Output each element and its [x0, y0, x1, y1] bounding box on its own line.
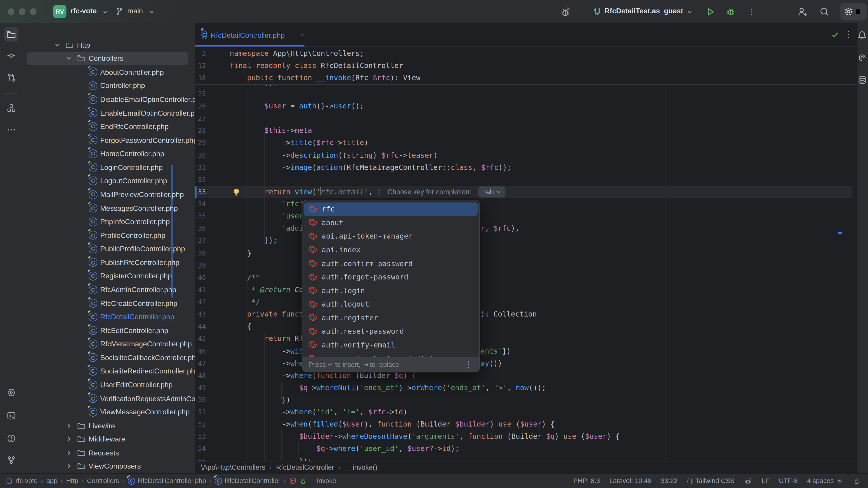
status-widget-PHP: 8.3[interactable]: PHP: 8.3: [573, 477, 600, 485]
status-widget-unlockgray[interactable]: [853, 477, 860, 484]
completion-item-auth.login[interactable]: auth.login: [304, 284, 477, 297]
search-everywhere-icon[interactable]: [817, 4, 832, 19]
terminal-tool-icon[interactable]: [4, 408, 18, 423]
tree-item-Requests[interactable]: Requests: [22, 446, 195, 459]
status-crumb-RfcDetailController.php[interactable]: CRfcDetailController.php: [128, 477, 206, 485]
window-zoom-button[interactable]: [30, 8, 36, 15]
tree-item-Http[interactable]: Http: [22, 43, 195, 52]
chevron-down-icon[interactable]: [66, 56, 72, 62]
debug-button[interactable]: [723, 4, 738, 19]
project-tool-icon[interactable]: [4, 27, 18, 41]
run-tool-icon[interactable]: [4, 385, 18, 399]
tree-item-PublishRfcController.php[interactable]: CPublishRfcController.php: [22, 256, 195, 269]
problems-tool-icon[interactable]: [4, 431, 18, 446]
completion-footer-more-icon[interactable]: ⋮: [465, 360, 473, 369]
commit-tool-icon[interactable]: [4, 48, 18, 63]
inspections-bug-icon[interactable]: [558, 4, 572, 19]
status-widget-LF[interactable]: LF: [762, 477, 770, 485]
tree-item-Controllers[interactable]: Controllers: [22, 52, 195, 65]
chevron-right-icon[interactable]: [66, 450, 72, 456]
completion-item-auth.logout[interactable]: auth.logout: [304, 297, 477, 311]
settings-gear-icon[interactable]: [841, 4, 856, 19]
tree-item-MailPreviewController.php[interactable]: CMailPreviewController.php: [22, 188, 195, 201]
tree-item-VerificationRequestsAdminController.php[interactable]: CVerificationRequestsAdminController.php: [22, 392, 195, 405]
chevron-right-icon[interactable]: [66, 422, 72, 429]
tree-item-RfcEditController.php[interactable]: CRfcEditController.php: [22, 324, 195, 337]
status-crumb-RfcDetailController[interactable]: CRfcDetailController: [215, 477, 281, 485]
tab-rfcdetailcontroller[interactable]: C RfcDetailController.php: [195, 23, 305, 46]
more-actions-button[interactable]: ⋮: [744, 4, 758, 19]
pull-requests-tool-icon[interactable]: [4, 70, 18, 85]
completion-item-api.api-token-manager[interactable]: api.api-token-manager: [304, 229, 477, 243]
tree-item-Livewire[interactable]: Livewire: [22, 419, 195, 432]
completion-key-chip[interactable]: Tab: [478, 187, 505, 198]
status-widget-UTF-8[interactable]: UTF-8: [779, 477, 798, 485]
intention-bulb-icon[interactable]: [232, 188, 241, 196]
tree-item-ViewComposers[interactable]: ViewComposers: [22, 459, 195, 473]
run-configuration-selector[interactable]: RfcDetailTest.as_guest: [604, 6, 683, 15]
ai-assistant-icon[interactable]: [856, 52, 868, 64]
status-widget-4 spaces[interactable]: 4 spaces: [807, 477, 844, 485]
completion-item-about[interactable]: about: [304, 216, 477, 229]
completion-item-auth.reset-password[interactable]: auth.reset-password: [304, 325, 477, 338]
tree-item-AboutController.php[interactable]: CAboutController.php: [22, 65, 195, 79]
status-crumb-Http[interactable]: Http: [66, 477, 78, 485]
chevron-down-icon[interactable]: [54, 43, 60, 48]
status-widget-bugx[interactable]: [744, 477, 752, 485]
status-crumb-Controllers[interactable]: Controllers: [87, 477, 119, 485]
tree-item-PublicProfileController.php[interactable]: CPublicProfileController.php: [22, 242, 195, 256]
tree-item-LogoutController.php[interactable]: CLogoutController.php: [22, 174, 195, 188]
breadcrumb-item[interactable]: RfcDetailController: [276, 464, 334, 471]
tree-item-RfcMetaImageController.php[interactable]: CRfcMetaImageController.php: [22, 337, 195, 351]
tree-item-RfcCreateController.php[interactable]: CRfcCreateController.php: [22, 296, 195, 310]
status-crumb-__invoke[interactable]: m__invoke: [289, 477, 336, 485]
tree-item-LoginController.php[interactable]: CLoginController.php: [22, 161, 195, 174]
more-tools-icon[interactable]: [4, 122, 18, 137]
status-widget-Tailwind CSS[interactable]: { }Tailwind CSS: [687, 477, 735, 485]
tree-item-RfcAdminController.php[interactable]: CRfcAdminController.php: [22, 283, 195, 296]
completion-item-auth.confirm-password[interactable]: auth.confirm-password: [304, 257, 477, 270]
tree-item-EndRfcController.php[interactable]: CEndRfcController.php: [22, 120, 195, 133]
tree-item-PhpInfoController.php[interactable]: CPhpInfoController.php: [22, 215, 195, 228]
tree-item-UserEditController.php[interactable]: CUserEditController.php: [22, 378, 195, 392]
completion-item-auth.verify-email[interactable]: auth.verify-email: [304, 338, 477, 352]
completion-item-rfc[interactable]: rfc: [304, 202, 477, 216]
status-widget-33:22[interactable]: 33:22: [661, 477, 678, 485]
breadcrumb-item[interactable]: \App\Http\Controllers: [201, 464, 265, 471]
window-minimize-button[interactable]: [19, 8, 25, 15]
tree-item-RegisterController.php[interactable]: CRegisterController.php: [22, 269, 195, 283]
completion-item-auth.register[interactable]: auth.register: [304, 311, 477, 324]
tree-item-DisableEmailOptinController.php[interactable]: CDisableEmailOptinController.php: [22, 93, 195, 106]
git-tool-icon[interactable]: [4, 453, 18, 467]
tree-item-RfcDetailController.php[interactable]: CRfcDetailController.php: [22, 310, 195, 324]
database-tool-icon[interactable]: [856, 74, 868, 86]
project-switcher[interactable]: rfc-vote: [70, 6, 97, 15]
tree-item-Controller.php[interactable]: CController.php: [22, 79, 195, 92]
status-crumb-rfc-vote[interactable]: rfc-vote: [5, 477, 37, 485]
breadcrumb-item[interactable]: __invoke(): [345, 464, 377, 471]
tree-item-EnableEmailOptinController.php[interactable]: CEnableEmailOptinController.php: [22, 106, 195, 120]
structure-tool-icon[interactable]: [4, 101, 18, 115]
tree-item-SocialiteRedirectController.php[interactable]: CSocialiteRedirectController.php: [22, 364, 195, 378]
chevron-right-icon[interactable]: [66, 463, 72, 469]
tree-item-HomeController.php[interactable]: CHomeController.php: [22, 147, 195, 160]
tree-item-Middleware[interactable]: Middleware: [22, 432, 195, 446]
tree-item-MessagesController.php[interactable]: CMessagesController.php: [22, 201, 195, 215]
inspection-ok-check-icon[interactable]: [831, 31, 839, 39]
chevron-right-icon[interactable]: [66, 436, 72, 442]
status-widget-Laravel: 10.48[interactable]: Laravel: 10.48: [610, 477, 651, 485]
tree-item-ForgotPasswordController.php[interactable]: CForgotPasswordController.php: [22, 133, 195, 147]
completion-item-auth.forgot-password[interactable]: auth.forgot-password: [304, 270, 477, 284]
close-icon[interactable]: [301, 32, 305, 38]
notifications-bell-icon[interactable]: [856, 29, 868, 41]
tree-item-ProfileController.php[interactable]: CProfileController.php: [22, 228, 195, 242]
tree-item-ViewMessageController.php[interactable]: CViewMessageController.php: [22, 405, 195, 419]
code-with-me-icon[interactable]: [795, 4, 809, 19]
branch-switcher[interactable]: main: [127, 6, 143, 15]
completion-item-api.index[interactable]: api.index: [304, 243, 477, 257]
tree-item-SocialiteCallbackController.php[interactable]: CSocialiteCallbackController.php: [22, 351, 195, 364]
window-close-button[interactable]: [8, 8, 14, 15]
run-button[interactable]: [703, 4, 717, 19]
tab-options-icon[interactable]: ⋮: [844, 29, 852, 39]
status-crumb-app[interactable]: app: [46, 477, 57, 485]
